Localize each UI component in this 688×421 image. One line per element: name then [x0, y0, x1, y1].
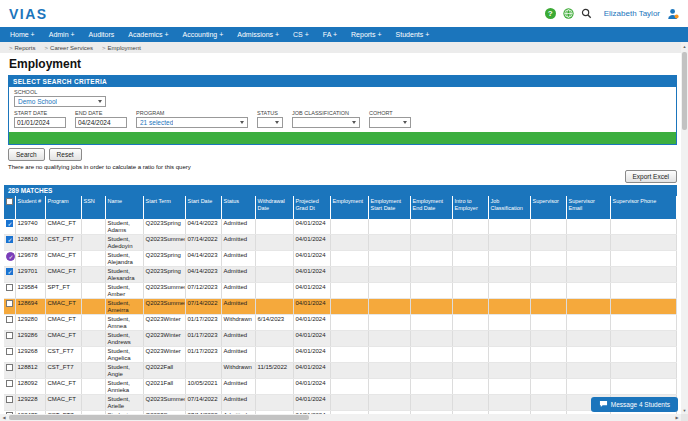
- student-name-link[interactable]: Student, Amnea: [105, 315, 143, 331]
- column-header[interactable]: SSN: [81, 196, 105, 219]
- row-checkbox[interactable]: [6, 380, 13, 387]
- table-header-row: Student #ProgramSSNNameStart TermStart D…: [4, 196, 677, 219]
- cell-employment-start: [368, 283, 410, 299]
- reset-button[interactable]: Reset: [49, 148, 82, 161]
- student-name-link[interactable]: Student, Andrews: [105, 331, 143, 347]
- student-name-link[interactable]: Student, Adams: [105, 219, 143, 235]
- column-header[interactable]: Supervisor: [530, 196, 566, 219]
- nav-item[interactable]: Home +: [3, 27, 42, 42]
- nav-item[interactable]: Students +: [389, 27, 437, 42]
- vertical-scrollbar-thumb[interactable]: [682, 52, 687, 130]
- end-date-input[interactable]: [75, 117, 127, 128]
- cell-withdrawal-date: 6/14/2023: [255, 315, 293, 331]
- help-icon[interactable]: ?: [545, 8, 556, 19]
- cell-job-classification: [488, 219, 530, 235]
- nav-item[interactable]: FA +: [316, 27, 344, 42]
- cell-status: Withdrawn: [221, 363, 255, 379]
- student-name-link[interactable]: Student, Angie: [105, 363, 143, 379]
- cell-employment-start: [368, 299, 410, 315]
- cell-supervisor: [530, 235, 566, 251]
- scroll-up-arrow[interactable]: ▲: [681, 42, 688, 50]
- vertical-scrollbar[interactable]: ▲ ▼: [681, 42, 688, 414]
- status-label: STATUS: [257, 110, 283, 116]
- row-checkbox[interactable]: [6, 300, 13, 307]
- cell-supervisor-phone: [610, 267, 677, 283]
- nav-item[interactable]: Auditors: [82, 27, 122, 42]
- export-excel-button[interactable]: Export Excel: [625, 170, 678, 183]
- breadcrumb-item[interactable]: Reports: [15, 45, 36, 51]
- scroll-right-arrow[interactable]: ▶: [673, 414, 681, 421]
- row-checkbox[interactable]: [6, 252, 15, 261]
- app-logo[interactable]: VIAS: [9, 6, 48, 22]
- row-checkbox[interactable]: [6, 364, 13, 371]
- nav-item[interactable]: CS +: [286, 27, 316, 42]
- cell-employment: [330, 299, 368, 315]
- horizontal-scrollbar-thumb[interactable]: [9, 415, 309, 420]
- column-header[interactable]: Start Date: [185, 196, 221, 219]
- school-select[interactable]: Demo School: [14, 96, 106, 107]
- student-name-link[interactable]: Student, Annieka: [105, 379, 143, 395]
- user-name[interactable]: Elizabeth Taylor: [604, 9, 660, 18]
- student-name-link[interactable]: Student, Angelica: [105, 347, 143, 363]
- row-checkbox[interactable]: [6, 284, 13, 291]
- table-row: 129280 CMAC_FT Student, Amnea Q2023Winte…: [4, 315, 677, 331]
- row-checkbox[interactable]: [6, 220, 13, 227]
- column-header[interactable]: Job Classification: [488, 196, 530, 219]
- nav-item[interactable]: Accounting +: [176, 27, 231, 42]
- globe-icon[interactable]: [563, 8, 574, 19]
- user-icon[interactable]: [667, 8, 679, 20]
- student-name-link[interactable]: Student, Arielle: [105, 395, 143, 411]
- start-date-input[interactable]: [14, 117, 66, 128]
- nav-item[interactable]: Admin +: [42, 27, 82, 42]
- row-checkbox[interactable]: [6, 316, 13, 323]
- scroll-down-arrow[interactable]: ▼: [681, 406, 688, 414]
- cell-start-term: Q2023Summer: [143, 395, 185, 411]
- cell-intro-to-employer: [452, 347, 488, 363]
- nav-item[interactable]: Admissions +: [230, 27, 286, 42]
- nav-item[interactable]: Reports +: [344, 27, 389, 42]
- breadcrumb-item[interactable]: Career Services: [50, 45, 93, 51]
- student-name-link[interactable]: Student, Ameirra: [105, 299, 143, 315]
- cell-employment-end: [410, 347, 452, 363]
- column-header[interactable]: Program: [45, 196, 81, 219]
- cohort-select[interactable]: [369, 117, 411, 128]
- column-header[interactable]: Intro to Employer: [452, 196, 488, 219]
- column-header[interactable]: Student #: [15, 196, 45, 219]
- program-select[interactable]: 21 selected: [136, 117, 248, 128]
- scrollbar-corner: [681, 414, 688, 421]
- search-button[interactable]: Search: [8, 148, 45, 161]
- column-header[interactable]: Withdrawal Date: [255, 196, 293, 219]
- student-name-link[interactable]: Student, Alejandra: [105, 251, 143, 267]
- cell-projected-grad: 04/01/2024: [293, 283, 330, 299]
- row-checkbox[interactable]: [6, 348, 13, 355]
- column-header[interactable]: Projected Grad Dt: [293, 196, 330, 219]
- message-students-button[interactable]: Message 4 Students: [591, 397, 678, 412]
- column-header[interactable]: Name: [105, 196, 143, 219]
- cell-ssn: [81, 283, 105, 299]
- column-header[interactable]: Supervisor Email: [566, 196, 610, 219]
- column-header[interactable]: Employment Start Date: [368, 196, 410, 219]
- student-name-link[interactable]: Student, Alesandra: [105, 267, 143, 283]
- job-classification-select[interactable]: [292, 117, 360, 128]
- status-select[interactable]: [257, 117, 283, 128]
- column-header[interactable]: Employment End Date: [410, 196, 452, 219]
- cell-employment-end: [410, 283, 452, 299]
- column-header[interactable]: Employment: [330, 196, 368, 219]
- cell-start-date: [185, 363, 221, 379]
- row-checkbox[interactable]: [6, 236, 13, 243]
- select-all-checkbox[interactable]: [6, 198, 13, 205]
- row-checkbox[interactable]: [6, 396, 13, 403]
- row-checkbox[interactable]: [6, 268, 13, 275]
- column-header[interactable]: Start Term: [143, 196, 185, 219]
- breadcrumb-item[interactable]: Employment: [108, 45, 141, 51]
- student-name-link[interactable]: Student, Amber: [105, 283, 143, 299]
- column-header[interactable]: Supervisor Phone: [610, 196, 677, 219]
- student-name-link[interactable]: Student, Adedoyin: [105, 235, 143, 251]
- horizontal-scrollbar[interactable]: ◀ ▶: [0, 414, 681, 421]
- scroll-left-arrow[interactable]: ◀: [0, 414, 8, 421]
- nav-item[interactable]: Academics +: [121, 27, 175, 42]
- row-checkbox[interactable]: [6, 332, 13, 339]
- cell-start-date: 01/17/2023: [185, 347, 221, 363]
- search-icon[interactable]: [581, 8, 592, 19]
- column-header[interactable]: Status: [221, 196, 255, 219]
